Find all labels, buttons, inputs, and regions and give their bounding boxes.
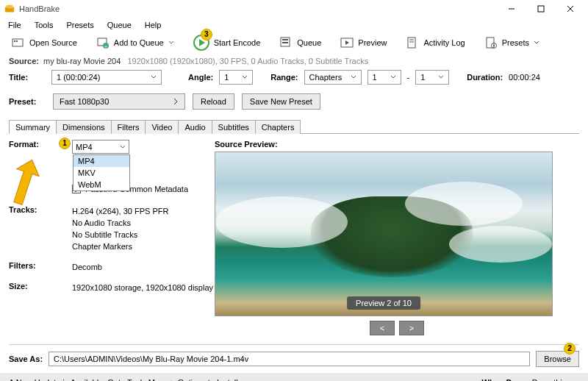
app-icon xyxy=(4,4,15,14)
track-line: No Subtitle Tracks xyxy=(72,229,168,241)
source-label: Source: xyxy=(9,57,39,65)
format-dropdown: MP4 MKV WebM xyxy=(73,154,130,191)
add-queue-icon: + xyxy=(96,36,110,49)
browse-button[interactable]: Browse 2 xyxy=(536,351,579,367)
duration-value: 00:00:24 xyxy=(509,73,540,82)
chevron-down-icon xyxy=(151,73,157,82)
close-button[interactable] xyxy=(556,0,585,18)
preview-label: Preview xyxy=(358,38,387,47)
format-label: Format: xyxy=(9,140,56,149)
format-select[interactable]: MP4 MP4 MKV WebM xyxy=(72,140,129,154)
menu-queue[interactable]: Queue xyxy=(101,19,138,31)
chevron-down-icon xyxy=(168,38,174,47)
tab-summary[interactable]: Summary xyxy=(9,120,57,134)
open-source-button[interactable]: Open Source xyxy=(7,35,82,51)
chevron-down-icon xyxy=(438,73,444,82)
when-done-select[interactable]: Do nothing xyxy=(532,378,579,381)
source-meta: 1920x1080 (1920x1080), 30 FPS, 0 Audio T… xyxy=(127,57,368,65)
presets-icon xyxy=(484,36,498,49)
add-to-queue-button[interactable]: + Add to Queue xyxy=(92,35,179,51)
preview-caption: Preview 2 of 10 xyxy=(347,296,420,310)
start-encode-button[interactable]: 3 Start Encode xyxy=(189,33,265,52)
preview-prev-button[interactable]: < xyxy=(370,321,395,335)
chevron-down-icon xyxy=(242,73,248,82)
menubar: File Tools Presets Queue Help xyxy=(0,18,588,32)
save-as-label: Save As: xyxy=(9,355,43,363)
activity-log-label: Activity Log xyxy=(423,38,465,47)
svg-rect-6 xyxy=(12,39,23,46)
angle-label: Angle: xyxy=(188,73,213,82)
tab-filters[interactable]: Filters xyxy=(111,120,146,134)
svg-rect-3 xyxy=(538,6,544,12)
chevron-down-icon xyxy=(351,73,356,82)
presets-button[interactable]: Presets xyxy=(480,35,544,51)
angle-select[interactable]: 1 xyxy=(219,70,253,85)
source-preview-image: Preview 2 of 10 xyxy=(215,152,553,316)
open-source-icon xyxy=(12,36,25,49)
queue-button[interactable]: Queue xyxy=(275,35,326,51)
tab-dimensions[interactable]: Dimensions xyxy=(56,120,111,134)
svg-rect-8 xyxy=(16,40,18,42)
format-option-mkv[interactable]: MKV xyxy=(74,167,129,179)
filters-label: Filters: xyxy=(9,261,56,270)
reload-button[interactable]: Reload xyxy=(193,93,234,110)
window-title: HandBrake xyxy=(19,4,60,13)
tab-subtitles[interactable]: Subtitles xyxy=(212,120,256,134)
svg-rect-19 xyxy=(487,38,494,48)
filters-value: Decomb xyxy=(72,261,102,273)
tab-audio[interactable]: Audio xyxy=(178,120,212,134)
size-label: Size: xyxy=(9,282,56,291)
save-as-input[interactable] xyxy=(49,352,530,366)
save-new-preset-button[interactable]: Save New Preset xyxy=(242,93,320,110)
format-option-mp4[interactable]: MP4 xyxy=(74,155,129,167)
menu-help[interactable]: Help xyxy=(138,19,168,31)
toolbar: Open Source + Add to Queue 3 Start Encod… xyxy=(0,32,588,54)
activity-log-button[interactable]: Activity Log xyxy=(401,35,469,51)
annotation-badge-2: 2 xyxy=(564,343,576,355)
svg-rect-16 xyxy=(408,38,415,48)
presets-label: Presets xyxy=(502,38,529,47)
chevron-down-icon xyxy=(534,38,539,47)
tab-video[interactable]: Video xyxy=(145,120,179,134)
range-to-select[interactable]: 1 xyxy=(415,70,449,85)
range-sep: - xyxy=(407,73,410,82)
menu-tools[interactable]: Tools xyxy=(28,19,60,31)
activity-log-icon xyxy=(406,36,419,49)
queue-icon xyxy=(279,36,293,49)
preview-next-button[interactable]: > xyxy=(399,321,424,335)
track-line: Chapter Markers xyxy=(72,241,168,252)
size-value: 1920x1080 storage, 1920x1080 display xyxy=(72,282,213,293)
menu-file[interactable]: File xyxy=(1,19,28,31)
chevron-down-icon xyxy=(120,143,126,152)
range-label: Range: xyxy=(270,73,298,82)
preset-select[interactable]: Fast 1080p30 xyxy=(53,93,185,110)
queue-label: Queue xyxy=(297,38,321,47)
preview-button[interactable]: Preview xyxy=(336,35,391,51)
svg-rect-7 xyxy=(14,40,15,42)
svg-rect-13 xyxy=(282,39,288,40)
add-queue-label: Add to Queue xyxy=(114,38,164,47)
source-name: my blu-ray Movie 204 xyxy=(43,57,121,65)
maximize-button[interactable] xyxy=(526,0,556,18)
svg-point-21 xyxy=(493,45,495,46)
play-icon: 3 xyxy=(193,35,209,51)
svg-text:+: + xyxy=(104,44,107,49)
range-from-select[interactable]: 1 xyxy=(368,70,401,85)
status-update-text: A New Update is Available. Goto Tools Me… xyxy=(9,378,238,381)
open-source-label: Open Source xyxy=(29,38,77,47)
format-option-webm[interactable]: WebM xyxy=(74,179,129,190)
track-line: No Audio Tracks xyxy=(72,217,168,229)
menu-presets[interactable]: Presets xyxy=(60,19,100,31)
annotation-badge-1: 1 xyxy=(59,138,71,149)
range-type-select[interactable]: Chapters xyxy=(304,70,362,85)
minimize-button[interactable] xyxy=(497,0,526,18)
svg-rect-1 xyxy=(7,5,13,8)
title-label: Title: xyxy=(9,73,46,82)
annotation-badge-3: 3 xyxy=(201,29,212,40)
svg-rect-14 xyxy=(282,42,288,43)
tab-chapters[interactable]: Chapters xyxy=(255,120,301,134)
duration-label: Duration: xyxy=(467,73,503,82)
chevron-down-icon xyxy=(390,73,396,82)
title-select[interactable]: 1 (00:00:24) xyxy=(51,70,162,85)
start-encode-label: Start Encode xyxy=(214,38,261,47)
